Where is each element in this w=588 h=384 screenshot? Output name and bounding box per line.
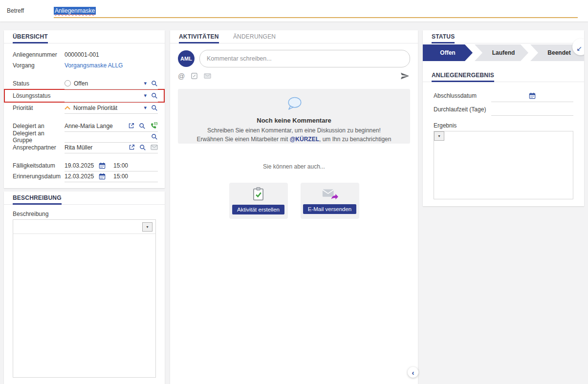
status-step-offen[interactable]: Offen xyxy=(423,44,473,61)
status-step-laufend[interactable]: Laufend xyxy=(475,44,528,61)
collapse-panel-button[interactable]: ‹ xyxy=(408,367,418,378)
field-durchlaufzeit: Durchlaufzeit (Tage) xyxy=(423,104,584,115)
status-value: Offen xyxy=(74,80,88,87)
field-label: Delegiert an Gruppe xyxy=(13,130,65,144)
status-panel: STATUS Offen Laufend Beendet ↙ ANLIEGENE… xyxy=(423,30,584,206)
mention-icon[interactable]: @ xyxy=(178,72,185,80)
tab-beschreibung: BESCHREIBUNG xyxy=(13,194,62,205)
chevron-down-icon[interactable]: ▾ xyxy=(144,81,147,86)
field-erinnerungsdatum: Erinnerungsdatum 12.03.2025 15:00 xyxy=(4,171,165,182)
note-icon[interactable] xyxy=(191,73,197,79)
calendar-icon[interactable] xyxy=(99,173,106,180)
field-label: Delegiert an xyxy=(13,123,65,129)
erinnerungsdatum-date[interactable]: 12.03.2025 xyxy=(65,173,96,180)
description-panel: BESCHREIBUNG Beschreibung ▾ xyxy=(4,192,165,384)
subject-label: Betreff xyxy=(7,7,54,14)
field-ansprechpartner: Ansprechpartner Rita Müller xyxy=(4,142,165,153)
no-comments-text: Schreiben Sie einen Kommentar, um eine D… xyxy=(195,127,393,144)
description-textarea[interactable] xyxy=(13,234,155,377)
field-label: Status xyxy=(13,80,65,87)
email-icon[interactable] xyxy=(151,145,158,150)
description-label: Beschreibung xyxy=(4,205,165,219)
field-status: Status Offen ▾ xyxy=(4,78,165,89)
field-vorgang: Vorgang Vorgangsmaske ALLG xyxy=(4,60,165,71)
create-activity-button[interactable]: Aktivität erstellen xyxy=(232,205,284,214)
combo-drop-button[interactable]: ▾ xyxy=(142,222,152,232)
tab-aktivitaeten[interactable]: AKTIVITÄTEN xyxy=(179,33,219,43)
search-icon[interactable] xyxy=(139,144,146,151)
no-comments-panel: Noch keine Kommentare Schreiben Sie eine… xyxy=(178,89,410,144)
combo-drop-button[interactable]: ▾ xyxy=(434,131,444,141)
field-label: Lösungsstatus xyxy=(13,92,65,99)
calendar-icon[interactable] xyxy=(99,162,106,169)
description-editor: ▾ xyxy=(13,219,156,378)
field-label: Priorität xyxy=(13,105,65,111)
ergebnis-editor-toolbar: ▾ xyxy=(434,131,573,141)
field-label: Anliegennummer xyxy=(13,51,65,58)
abschlussdatum-field[interactable] xyxy=(491,90,573,102)
subject-input[interactable]: Anliegenmaske xyxy=(54,0,578,21)
field-delegiert-an-gruppe: Delegiert an Gruppe xyxy=(4,131,165,142)
tab-aenderungen[interactable]: ÄNDERUNGEN xyxy=(233,33,276,42)
spacer xyxy=(4,153,165,160)
faelligkeitsdatum-field[interactable]: 19.03.2025 15:00 xyxy=(65,160,158,171)
field-label: Ansprechpartner xyxy=(13,144,65,151)
field-faelligkeitsdatum: Fälligkeitsdatum 19.03.2025 15:00 xyxy=(4,160,165,171)
send-email-card: E-Mail versenden xyxy=(301,183,359,219)
tab-status: STATUS xyxy=(432,33,455,43)
search-icon[interactable] xyxy=(151,105,158,111)
send-icon[interactable] xyxy=(400,72,410,80)
calendar-icon[interactable] xyxy=(529,92,536,99)
spacer xyxy=(4,71,165,78)
open-record-icon[interactable] xyxy=(129,144,135,150)
field-label: Durchlaufzeit (Tage) xyxy=(434,106,491,113)
send-email-button[interactable]: E-Mail versenden xyxy=(303,204,356,214)
field-loesungsstatus-highlighted: Lösungsstatus ▾ xyxy=(4,89,165,103)
erinnerungsdatum-time[interactable]: 15:00 xyxy=(113,173,128,180)
search-icon[interactable] xyxy=(151,92,158,99)
subject-focus-underline xyxy=(54,17,578,18)
faelligkeitsdatum-date[interactable]: 19.03.2025 xyxy=(65,162,96,169)
priority-normal-icon xyxy=(65,106,70,110)
status-radio-icon[interactable] xyxy=(65,80,71,86)
chevron-down-icon[interactable]: ▾ xyxy=(144,93,147,98)
tab-anliegenergebnis: ANLIEGENERGEBNIS xyxy=(432,72,494,82)
overview-header: ÜBERSICHT xyxy=(4,30,165,43)
mention-token: @KÜRZEL xyxy=(290,136,319,143)
delegiert-an-field[interactable]: Anne-Maria Lange xyxy=(65,121,158,132)
phone-mail-icon[interactable] xyxy=(150,122,158,129)
create-activity-card: Aktivität erstellen xyxy=(229,183,288,219)
mail-icon[interactable] xyxy=(204,73,211,79)
prioritaet-value: Normale Priorität xyxy=(73,105,117,111)
subject-value-selected: Anliegenmaske xyxy=(54,7,96,15)
clipboard-check-icon xyxy=(252,187,264,201)
overview-panel: ÜBERSICHT Anliegennummer 0000001-001 Vor… xyxy=(4,30,165,188)
vorgang-link[interactable]: Vorgangsmaske ALLG xyxy=(65,60,158,71)
status-field[interactable]: Offen ▾ xyxy=(65,78,158,89)
status-steps: Offen Laufend Beendet ↙ xyxy=(423,44,584,61)
loesungsstatus-field[interactable]: ▾ xyxy=(65,90,158,102)
spacer xyxy=(4,113,165,121)
description-editor-toolbar: ▾ xyxy=(13,220,155,234)
field-label: Erinnerungsdatum xyxy=(13,173,65,180)
comment-input[interactable] xyxy=(199,50,410,67)
erinnerungsdatum-field[interactable]: 12.03.2025 15:00 xyxy=(65,171,158,182)
ergebnis-editor: ▾ xyxy=(434,131,573,199)
field-label: Fälligkeitsdatum xyxy=(13,162,65,169)
ansprechpartner-field[interactable]: Rita Müller xyxy=(65,142,158,153)
chevron-left-icon: ‹ xyxy=(412,368,414,377)
faelligkeitsdatum-time[interactable]: 15:00 xyxy=(113,162,128,169)
search-icon[interactable] xyxy=(151,80,158,87)
description-header: BESCHREIBUNG xyxy=(4,192,165,205)
search-icon[interactable] xyxy=(151,133,158,140)
search-icon[interactable] xyxy=(139,123,146,129)
durchlaufzeit-field[interactable] xyxy=(491,104,573,116)
ansprechpartner-value: Rita Müller xyxy=(65,144,92,151)
field-label: Abschlussdatum xyxy=(434,92,491,99)
prioritaet-field[interactable]: Normale Priorität ▾ xyxy=(65,103,158,114)
chevron-down-icon[interactable]: ▾ xyxy=(144,105,147,110)
field-value: 0000001-001 xyxy=(65,49,158,60)
field-anliegennummer: Anliegennummer 0000001-001 xyxy=(4,49,165,60)
delegiert-an-gruppe-field[interactable] xyxy=(65,131,158,143)
open-record-icon[interactable] xyxy=(128,123,134,129)
